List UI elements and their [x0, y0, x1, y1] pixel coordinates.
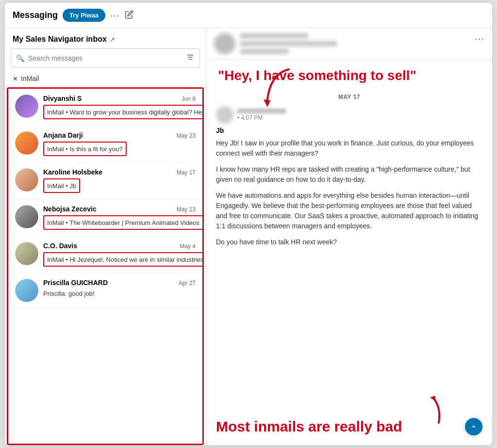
body-paragraph: Hey Jb! I saw in your profile that you w… — [216, 138, 482, 159]
send-time: • 4:07 PM — [237, 114, 286, 121]
message-preview: InMail • Is this a fit for you? — [43, 142, 127, 156]
body-paragraph: I know how many HR reps are tasked with … — [216, 164, 482, 185]
avatar — [15, 131, 38, 155]
main-layout: My Sales Navigator inbox ↗ 🔍 ✕ InMail — [5, 28, 492, 445]
message-date: May 13 — [177, 206, 196, 213]
message-item[interactable]: Karoline HolsbekeMay 17InMail • Jb — [8, 162, 202, 199]
message-content: Divyanshi SJun 8InMail • Want to grow yo… — [43, 95, 196, 119]
message-preview: InMail • The Whiteboarder | Premium Anim… — [43, 215, 203, 230]
message-content: C.O. DavisMay 4InMail • Hi Jezequel, Not… — [43, 242, 196, 267]
search-icon: 🔍 — [16, 54, 24, 62]
avatar — [15, 242, 38, 265]
message-preview: InMail • Want to grow your business digi… — [43, 105, 204, 119]
annotation-arrow-up — [414, 394, 444, 430]
header-more-icon[interactable]: ··· — [110, 10, 120, 21]
clear-filter-icon[interactable]: ✕ — [13, 75, 18, 82]
body-paragraph: We have automations and apps for everyth… — [216, 191, 482, 231]
filter-label: InMail — [21, 75, 39, 82]
inbox-title: My Sales Navigator inbox — [13, 35, 107, 44]
search-bar[interactable]: 🔍 — [11, 48, 200, 68]
sender-meta: • 4:07 PM — [237, 109, 286, 121]
message-content: Anjana DarjiMay 23InMail • Is this a fit… — [43, 131, 196, 156]
message-content: Karoline HolsbekeMay 17InMail • Jb — [43, 168, 196, 193]
message-body: MAY 17 • 4:07 PM Jb Hey Jb! I saw in you… — [206, 88, 492, 413]
message-sender-avatar — [216, 106, 233, 124]
message-sender-name: Karoline Holsbeke — [43, 168, 102, 176]
sidebar: My Sales Navigator inbox ↗ 🔍 ✕ InMail — [5, 28, 206, 445]
message-content: Nebojsa ZecevicMay 13InMail • The Whiteb… — [43, 205, 196, 230]
message-content: Priscilla GUICHARDApr 27Priscilla: good … — [43, 279, 196, 299]
message-date: Apr 27 — [179, 280, 196, 287]
message-preview: InMail • Hi Jezequel, Noticed we are in … — [43, 252, 204, 267]
avatar — [15, 279, 38, 302]
app-title: Messaging — [13, 10, 58, 20]
message-item[interactable]: C.O. DavisMay 4InMail • Hi Jezequel, Not… — [8, 236, 202, 273]
try-piwaa-button[interactable]: Try Piwaa — [63, 9, 105, 22]
annotation-quote: "Hey, I have something to sell" — [218, 67, 480, 84]
bottom-annotation: Most inmails are really bad — [206, 413, 492, 445]
sender-avatar — [214, 33, 235, 54]
external-link-icon[interactable]: ↗ — [110, 36, 115, 43]
content-panel: ··· "Hey, I have something to sell" — [206, 28, 492, 445]
message-body-paragraphs: Hey Jb! I saw in your profile that you w… — [216, 138, 482, 247]
scroll-up-button[interactable] — [465, 418, 482, 435]
sender-info — [240, 33, 470, 54]
svg-marker-4 — [430, 396, 436, 401]
app-wrapper: Messaging Try Piwaa ··· My Sales Navigat… — [5, 3, 492, 445]
message-sender-row: • 4:07 PM — [216, 106, 482, 124]
sender-name — [237, 109, 286, 113]
inbox-header: My Sales Navigator inbox ↗ — [5, 28, 206, 48]
message-date: May 23 — [177, 132, 196, 139]
sender-name-blurred — [240, 33, 308, 39]
message-preview: InMail • Jb — [43, 178, 80, 193]
date-divider: MAY 17 — [216, 94, 482, 100]
body-paragraph: Do you have time to talk HR next week? — [216, 237, 482, 247]
message-date: Jun 8 — [182, 96, 196, 102]
message-sender-name: Priscilla GUICHARD — [43, 279, 108, 287]
message-sender-name: C.O. Davis — [43, 242, 77, 250]
message-sender-name: Anjana Darji — [43, 131, 83, 139]
compose-icon[interactable] — [125, 10, 133, 21]
message-list: Divyanshi SJun 8InMail • Want to grow yo… — [7, 87, 204, 445]
avatar — [15, 205, 38, 228]
content-more-icon[interactable]: ··· — [475, 33, 484, 44]
message-sender-name: Nebojsa Zecevic — [43, 205, 97, 213]
message-sender-name: Divyanshi S — [43, 95, 82, 102]
message-item[interactable]: Anjana DarjiMay 23InMail • Is this a fit… — [8, 126, 202, 162]
content-header: ··· — [206, 28, 492, 60]
sender-detail-blurred — [240, 41, 337, 47]
annotation-area: "Hey, I have something to sell" — [206, 60, 492, 88]
message-recipient: Jb — [216, 127, 482, 134]
sender-extra-blurred — [240, 48, 289, 54]
avatar — [15, 95, 38, 118]
inmail-filter: ✕ InMail — [5, 72, 206, 87]
message-item[interactable]: Nebojsa ZecevicMay 13InMail • The Whiteb… — [8, 199, 202, 236]
header: Messaging Try Piwaa ··· — [5, 3, 492, 28]
message-item[interactable]: Divyanshi SJun 8InMail • Want to grow yo… — [8, 89, 202, 126]
message-preview: Priscilla: good job! — [43, 288, 196, 299]
message-date: May 17 — [177, 169, 196, 176]
avatar — [15, 168, 38, 192]
message-item[interactable]: Priscilla GUICHARDApr 27Priscilla: good … — [8, 273, 202, 308]
message-date: May 4 — [180, 243, 196, 250]
filter-icon[interactable] — [186, 53, 195, 64]
search-input[interactable] — [28, 54, 182, 62]
